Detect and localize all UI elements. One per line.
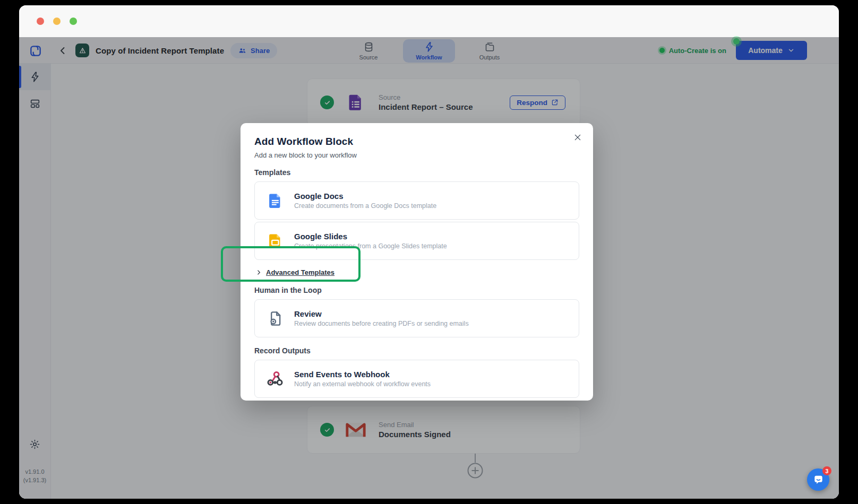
titlebar [19, 5, 839, 37]
webhook-icon [265, 370, 285, 388]
google-docs-icon [265, 192, 285, 210]
advanced-templates-link[interactable]: Advanced Templates [254, 266, 579, 278]
modal-subtitle: Add a new block to your workflow [254, 151, 579, 159]
chat-bubble-icon [812, 474, 825, 486]
close-icon[interactable] [572, 132, 584, 143]
card-description: Review documents before creating PDFs or… [294, 320, 469, 327]
zoom-window-button[interactable] [70, 18, 77, 25]
close-window-button[interactable] [37, 18, 44, 25]
minimize-window-button[interactable] [53, 18, 61, 25]
template-card-google-docs[interactable]: Google Docs Create documents from a Goog… [254, 181, 579, 220]
section-heading-human-in-the-loop: Human in the Loop [254, 286, 579, 294]
card-review[interactable]: Review Review documents before creating … [254, 299, 579, 337]
template-card-google-slides[interactable]: Google Slides Create presentations from … [254, 222, 579, 260]
google-slides-icon [265, 232, 285, 250]
section-heading-record-outputs: Record Outputs [254, 346, 579, 355]
chat-launcher-button[interactable]: 3 [807, 468, 829, 491]
screenshot-stage: Copy of Incident Report Template Share [0, 0, 858, 504]
card-description: Create presentations from a Google Slide… [294, 242, 447, 250]
card-description: Notify an external webhook of workflow e… [294, 380, 431, 388]
modal-title: Add Workflow Block [254, 136, 579, 147]
card-text: Send Events to Webhook Notify an externa… [294, 370, 431, 388]
card-text: Google Slides Create presentations from … [294, 232, 447, 250]
advanced-templates-label: Advanced Templates [266, 268, 334, 276]
review-icon [265, 310, 285, 327]
card-text: Google Docs Create documents from a Goog… [294, 192, 436, 210]
card-title: Send Events to Webhook [294, 370, 431, 379]
add-workflow-block-modal: Add Workflow Block Add a new block to yo… [241, 123, 593, 401]
card-title: Review [294, 309, 469, 318]
card-title: Google Docs [294, 192, 436, 201]
app-window: Copy of Incident Report Template Share [19, 5, 839, 499]
card-description: Create documents from a Google Docs temp… [294, 202, 436, 210]
chat-unread-badge: 3 [822, 466, 831, 475]
chevron-right-icon [255, 269, 262, 276]
card-text: Review Review documents before creating … [294, 309, 469, 327]
section-heading-templates: Templates [254, 168, 579, 177]
window-controls [37, 18, 77, 25]
card-send-events-webhook[interactable]: Send Events to Webhook Notify an externa… [254, 360, 579, 398]
card-title: Google Slides [294, 232, 447, 241]
